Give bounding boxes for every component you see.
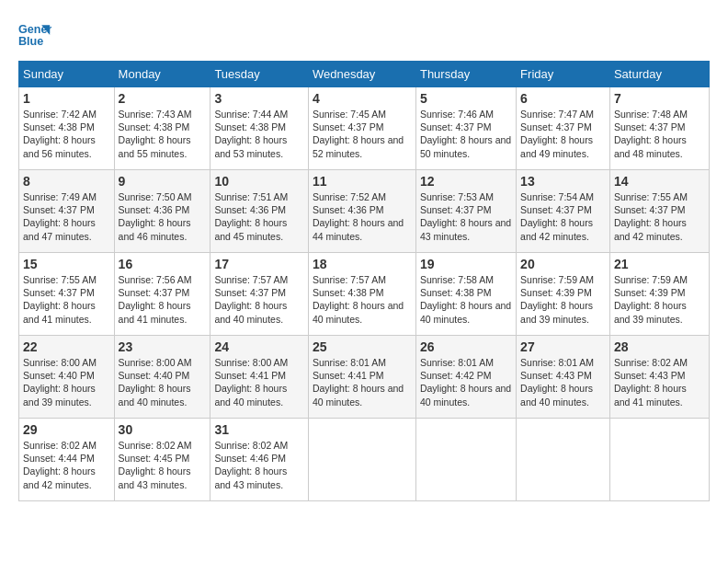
day-number: 22: [23, 339, 110, 354]
day-info: Sunrise: 8:02 AMSunset: 4:44 PMDaylight:…: [23, 439, 110, 491]
day-info: Sunrise: 7:51 AMSunset: 4:36 PMDaylight:…: [214, 190, 304, 243]
day-number: 30: [119, 422, 207, 437]
day-number: 19: [420, 257, 512, 271]
day-number: 5: [420, 91, 512, 106]
day-number: 16: [119, 257, 207, 271]
day-number: 18: [313, 257, 412, 271]
day-info: Sunrise: 8:00 AMSunset: 4:40 PMDaylight:…: [23, 356, 110, 408]
calendar-cell: [517, 419, 610, 501]
calendar-cell: 11Sunrise: 7:52 AMSunset: 4:36 PMDayligh…: [308, 170, 415, 253]
calendar-cell: 8Sunrise: 7:49 AMSunset: 4:37 PMDaylight…: [19, 170, 115, 253]
calendar-table: SundayMondayTuesdayWednesdayThursdayFrid…: [18, 61, 710, 501]
calendar-body: 1Sunrise: 7:42 AMSunset: 4:38 PMDaylight…: [19, 87, 710, 501]
calendar-cell: 16Sunrise: 7:56 AMSunset: 4:37 PMDayligh…: [114, 253, 210, 336]
day-info: Sunrise: 7:42 AMSunset: 4:38 PMDaylight:…: [23, 108, 110, 160]
day-info: Sunrise: 7:48 AMSunset: 4:37 PMDaylight:…: [614, 108, 705, 160]
day-number: 27: [520, 339, 606, 354]
calendar-cell: 7Sunrise: 7:48 AMSunset: 4:37 PMDaylight…: [609, 87, 709, 170]
day-info: Sunrise: 7:53 AMSunset: 4:37 PMDaylight:…: [420, 190, 512, 243]
calendar-cell: 18Sunrise: 7:57 AMSunset: 4:38 PMDayligh…: [308, 253, 415, 336]
day-number: 13: [520, 174, 606, 189]
day-info: Sunrise: 7:56 AMSunset: 4:37 PMDaylight:…: [119, 273, 207, 326]
day-number: 20: [520, 257, 606, 271]
day-number: 3: [214, 91, 304, 106]
day-info: Sunrise: 7:54 AMSunset: 4:37 PMDaylight:…: [520, 190, 606, 243]
day-number: 24: [214, 339, 304, 354]
calendar-cell: 4Sunrise: 7:45 AMSunset: 4:37 PMDaylight…: [308, 87, 415, 170]
logo-icon: General Blue: [18, 18, 51, 52]
day-info: Sunrise: 8:00 AMSunset: 4:41 PMDaylight:…: [214, 356, 304, 408]
week-row-3: 15Sunrise: 7:55 AMSunset: 4:37 PMDayligh…: [19, 253, 710, 336]
page-header: General Blue: [18, 18, 710, 52]
calendar-cell: 25Sunrise: 8:01 AMSunset: 4:41 PMDayligh…: [308, 336, 415, 419]
calendar-cell: 31Sunrise: 8:02 AMSunset: 4:46 PMDayligh…: [210, 419, 309, 501]
calendar-cell: 29Sunrise: 8:02 AMSunset: 4:44 PMDayligh…: [19, 419, 115, 501]
weekday-header-tuesday: Tuesday: [210, 62, 309, 87]
calendar-cell: 27Sunrise: 8:01 AMSunset: 4:43 PMDayligh…: [517, 336, 610, 419]
calendar-cell: 6Sunrise: 7:47 AMSunset: 4:37 PMDaylight…: [517, 87, 610, 170]
day-info: Sunrise: 8:01 AMSunset: 4:41 PMDaylight:…: [313, 356, 412, 408]
calendar-cell: [308, 419, 415, 501]
day-info: Sunrise: 7:45 AMSunset: 4:37 PMDaylight:…: [313, 108, 412, 160]
weekday-header-sunday: Sunday: [19, 62, 115, 87]
calendar-cell: 21Sunrise: 7:59 AMSunset: 4:39 PMDayligh…: [609, 253, 709, 336]
week-row-4: 22Sunrise: 8:00 AMSunset: 4:40 PMDayligh…: [19, 336, 710, 419]
day-info: Sunrise: 7:57 AMSunset: 4:38 PMDaylight:…: [313, 273, 412, 326]
calendar-cell: 9Sunrise: 7:50 AMSunset: 4:36 PMDaylight…: [114, 170, 210, 253]
calendar-cell: [415, 419, 516, 501]
week-row-1: 1Sunrise: 7:42 AMSunset: 4:38 PMDaylight…: [19, 87, 710, 170]
day-info: Sunrise: 7:59 AMSunset: 4:39 PMDaylight:…: [520, 273, 606, 326]
calendar-cell: 24Sunrise: 8:00 AMSunset: 4:41 PMDayligh…: [210, 336, 309, 419]
day-info: Sunrise: 7:46 AMSunset: 4:37 PMDaylight:…: [420, 108, 512, 160]
calendar-cell: [609, 419, 709, 501]
weekday-header-friday: Friday: [517, 62, 610, 87]
day-number: 1: [23, 91, 110, 106]
day-number: 2: [119, 91, 207, 106]
calendar-cell: 28Sunrise: 8:02 AMSunset: 4:43 PMDayligh…: [609, 336, 709, 419]
day-info: Sunrise: 8:01 AMSunset: 4:42 PMDaylight:…: [420, 356, 512, 408]
day-info: Sunrise: 7:49 AMSunset: 4:37 PMDaylight:…: [23, 190, 110, 243]
weekday-header-row: SundayMondayTuesdayWednesdayThursdayFrid…: [19, 62, 710, 87]
day-number: 26: [420, 339, 512, 354]
day-number: 8: [23, 174, 110, 189]
logo: General Blue: [18, 18, 55, 52]
day-number: 23: [119, 339, 207, 354]
day-info: Sunrise: 7:59 AMSunset: 4:39 PMDaylight:…: [614, 273, 705, 326]
day-info: Sunrise: 7:47 AMSunset: 4:37 PMDaylight:…: [520, 108, 606, 160]
weekday-header-monday: Monday: [114, 62, 210, 87]
day-number: 11: [313, 174, 412, 189]
day-number: 21: [614, 257, 705, 271]
week-row-5: 29Sunrise: 8:02 AMSunset: 4:44 PMDayligh…: [19, 419, 710, 501]
day-info: Sunrise: 7:43 AMSunset: 4:38 PMDaylight:…: [119, 108, 207, 160]
day-number: 29: [23, 422, 110, 437]
calendar-cell: 15Sunrise: 7:55 AMSunset: 4:37 PMDayligh…: [19, 253, 115, 336]
weekday-header-wednesday: Wednesday: [308, 62, 415, 87]
day-info: Sunrise: 7:55 AMSunset: 4:37 PMDaylight:…: [614, 190, 705, 243]
calendar-cell: 13Sunrise: 7:54 AMSunset: 4:37 PMDayligh…: [517, 170, 610, 253]
calendar-cell: 30Sunrise: 8:02 AMSunset: 4:45 PMDayligh…: [114, 419, 210, 501]
day-info: Sunrise: 8:00 AMSunset: 4:40 PMDaylight:…: [119, 356, 207, 408]
day-info: Sunrise: 8:02 AMSunset: 4:43 PMDaylight:…: [614, 356, 705, 408]
calendar-cell: 19Sunrise: 7:58 AMSunset: 4:38 PMDayligh…: [415, 253, 516, 336]
calendar-cell: 23Sunrise: 8:00 AMSunset: 4:40 PMDayligh…: [114, 336, 210, 419]
svg-text:Blue: Blue: [18, 35, 43, 48]
calendar-cell: 20Sunrise: 7:59 AMSunset: 4:39 PMDayligh…: [517, 253, 610, 336]
day-info: Sunrise: 7:57 AMSunset: 4:37 PMDaylight:…: [214, 273, 304, 326]
day-number: 15: [23, 257, 110, 271]
calendar-cell: 2Sunrise: 7:43 AMSunset: 4:38 PMDaylight…: [114, 87, 210, 170]
weekday-header-thursday: Thursday: [415, 62, 516, 87]
day-number: 14: [614, 174, 705, 189]
day-number: 4: [313, 91, 412, 106]
calendar-cell: 14Sunrise: 7:55 AMSunset: 4:37 PMDayligh…: [609, 170, 709, 253]
calendar-cell: 22Sunrise: 8:00 AMSunset: 4:40 PMDayligh…: [19, 336, 115, 419]
day-number: 31: [214, 422, 304, 437]
week-row-2: 8Sunrise: 7:49 AMSunset: 4:37 PMDaylight…: [19, 170, 710, 253]
day-info: Sunrise: 7:55 AMSunset: 4:37 PMDaylight:…: [23, 273, 110, 326]
day-number: 6: [520, 91, 606, 106]
day-info: Sunrise: 7:50 AMSunset: 4:36 PMDaylight:…: [119, 190, 207, 243]
day-number: 7: [614, 91, 705, 106]
day-number: 12: [420, 174, 512, 189]
calendar-cell: 26Sunrise: 8:01 AMSunset: 4:42 PMDayligh…: [415, 336, 516, 419]
day-info: Sunrise: 7:52 AMSunset: 4:36 PMDaylight:…: [313, 190, 412, 243]
calendar-cell: 1Sunrise: 7:42 AMSunset: 4:38 PMDaylight…: [19, 87, 115, 170]
